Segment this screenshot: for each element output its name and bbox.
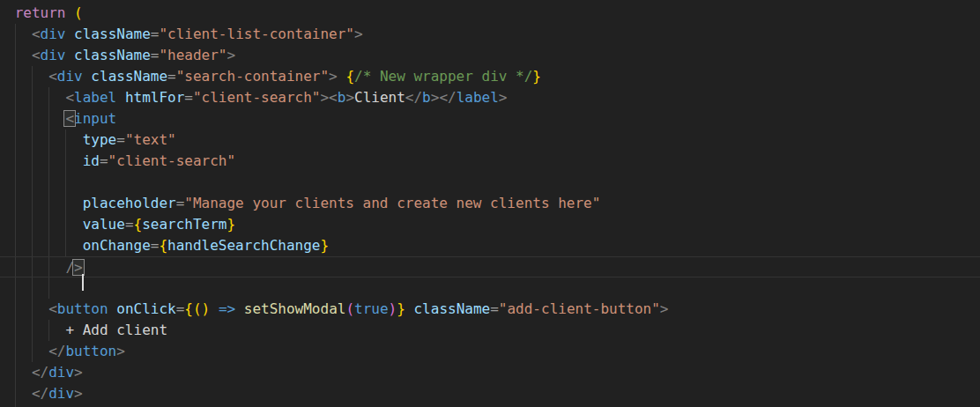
code-token xyxy=(6,131,83,148)
code-line-12[interactable]: onChange={handleSearchChange} xyxy=(0,235,980,256)
code-token: div xyxy=(48,385,74,402)
code-area[interactable]: return ( <div className="client-list-con… xyxy=(0,3,980,407)
code-token xyxy=(6,110,65,127)
code-line-1[interactable]: return ( xyxy=(0,3,980,24)
code-line-3[interactable]: <div className="header"> xyxy=(0,45,980,66)
code-token xyxy=(338,68,346,85)
code-token: > xyxy=(354,26,363,42)
code-token: </ xyxy=(405,89,422,106)
code-token: > xyxy=(116,343,125,359)
code-token: placeholder xyxy=(83,195,176,211)
code-token: = xyxy=(151,47,160,63)
code-token: ( xyxy=(193,300,202,317)
code-line-15[interactable]: <button onClick={() => setShowModal(true… xyxy=(0,299,980,320)
code-token xyxy=(6,322,65,338)
code-token: } xyxy=(532,68,541,85)
code-line-6[interactable]: <input xyxy=(0,108,980,130)
code-line-14[interactable] xyxy=(0,278,980,299)
code-token xyxy=(6,152,83,169)
code-token: </ xyxy=(32,385,48,402)
code-line-13[interactable]: /> xyxy=(0,256,980,278)
code-token xyxy=(6,195,83,211)
code-token: type xyxy=(83,131,117,148)
code-token: onClick xyxy=(116,300,175,317)
code-token: </ xyxy=(48,343,65,359)
code-token xyxy=(65,26,74,42)
code-token: Client xyxy=(354,89,405,106)
code-token: < xyxy=(32,26,41,42)
code-token: < xyxy=(32,47,41,63)
code-line-17[interactable]: </button> xyxy=(0,341,980,362)
code-token: + Add client xyxy=(65,322,167,338)
code-token: true xyxy=(354,300,389,317)
code-token: = xyxy=(116,131,125,148)
code-token xyxy=(116,89,125,106)
code-token: onChange xyxy=(83,237,151,254)
code-token: "header" xyxy=(159,47,226,63)
code-token: = xyxy=(167,68,176,85)
code-token: { xyxy=(159,237,167,254)
code-line-4[interactable]: <div className="search-container"> {/* N… xyxy=(0,66,980,87)
code-token: label xyxy=(457,89,499,106)
code-token: "client-search" xyxy=(108,152,236,169)
code-token: < xyxy=(48,300,57,317)
code-token: className xyxy=(74,26,151,42)
code-token xyxy=(65,47,74,63)
code-token xyxy=(6,89,65,106)
code-line-10[interactable]: placeholder="Manage your clients and cre… xyxy=(0,193,980,214)
code-token xyxy=(6,259,65,276)
indent-guide xyxy=(48,172,49,193)
code-line-2[interactable]: <div className="client-list-container"> xyxy=(0,24,980,45)
code-token: div xyxy=(57,68,83,85)
code-token: < xyxy=(65,89,74,106)
code-editor: return ( <div className="client-list-con… xyxy=(0,0,980,407)
indent-guide xyxy=(65,172,66,193)
code-line-11[interactable]: value={searchTerm} xyxy=(0,214,980,235)
code-token: return xyxy=(15,4,66,21)
code-token: div xyxy=(41,26,66,42)
code-line-5[interactable]: <label htmlFor="client-search"><b>Client… xyxy=(0,87,980,108)
code-token: > xyxy=(660,300,669,317)
code-token: < xyxy=(48,68,57,85)
code-token: > xyxy=(499,89,508,106)
code-token: value xyxy=(83,216,125,233)
code-token: { xyxy=(134,216,143,233)
code-token: className xyxy=(74,47,151,63)
code-token: label xyxy=(74,89,116,106)
code-token xyxy=(6,300,48,317)
code-token: searchTerm xyxy=(142,216,226,233)
code-token: = xyxy=(490,300,499,317)
code-line-16[interactable]: + Add client xyxy=(0,320,980,341)
indent-guide xyxy=(15,172,16,193)
code-token xyxy=(6,26,32,42)
code-token xyxy=(6,4,15,21)
code-token: "search-container" xyxy=(176,68,329,85)
code-token: < xyxy=(329,89,338,106)
code-token: > xyxy=(227,47,236,63)
code-token: = xyxy=(125,216,134,233)
code-token: = xyxy=(100,152,108,169)
code-token: ) xyxy=(389,300,397,317)
code-line-7[interactable]: type="text" xyxy=(0,130,980,151)
code-token: > xyxy=(320,89,329,106)
indent-guide xyxy=(48,278,49,299)
code-token xyxy=(108,300,117,317)
code-line-9[interactable] xyxy=(0,172,980,193)
matched-bracket: < xyxy=(65,108,74,130)
code-token xyxy=(6,216,83,233)
indent-guide xyxy=(15,278,16,299)
code-token: button xyxy=(57,300,108,317)
code-token: htmlFor xyxy=(125,89,184,106)
code-token: = xyxy=(176,195,185,211)
code-token: = xyxy=(151,237,160,254)
code-token: } xyxy=(320,237,329,254)
code-token: button xyxy=(65,343,116,359)
code-line-18[interactable]: </div> xyxy=(0,362,980,383)
indent-guide xyxy=(32,278,33,299)
code-token: = xyxy=(151,26,160,42)
code-line-8[interactable]: id="client-search" xyxy=(0,151,980,172)
code-token xyxy=(65,4,74,21)
code-token: > xyxy=(345,89,354,106)
code-token xyxy=(6,385,32,402)
code-line-19[interactable]: </div> xyxy=(0,383,980,404)
